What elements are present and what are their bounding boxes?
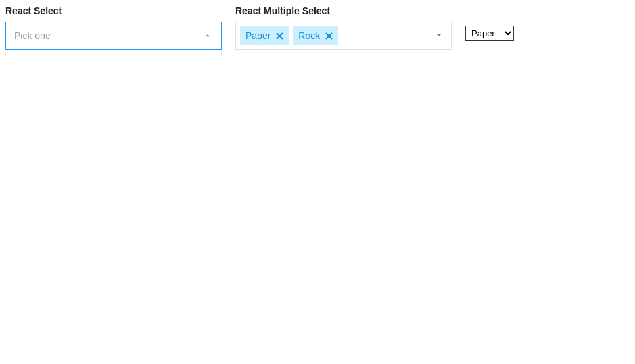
chevron-up-icon — [202, 30, 213, 41]
single-select-placeholder: Pick one — [14, 30, 51, 41]
close-icon[interactable] — [325, 32, 333, 40]
multi-select-control[interactable]: Paper Rock — [235, 22, 452, 50]
tag-paper: Paper — [240, 26, 289, 45]
close-icon[interactable] — [276, 32, 283, 40]
chevron-down-icon — [433, 30, 444, 43]
tag-rock: Rock — [293, 26, 338, 45]
single-select-dropdown: Rock Paper Scissors — [5, 53, 222, 55]
multi-select-title: React Multiple Select — [235, 5, 452, 16]
tag-label: Rock — [298, 30, 320, 41]
single-select-option-rock[interactable]: Rock — [6, 53, 221, 55]
single-select-title: React Select — [5, 5, 222, 16]
multi-select-tags: Paper Rock — [240, 26, 338, 45]
tag-label: Paper — [245, 30, 271, 41]
single-select-control[interactable]: Pick one — [5, 22, 222, 50]
native-select[interactable]: Rock Paper Scissors — [465, 26, 514, 41]
